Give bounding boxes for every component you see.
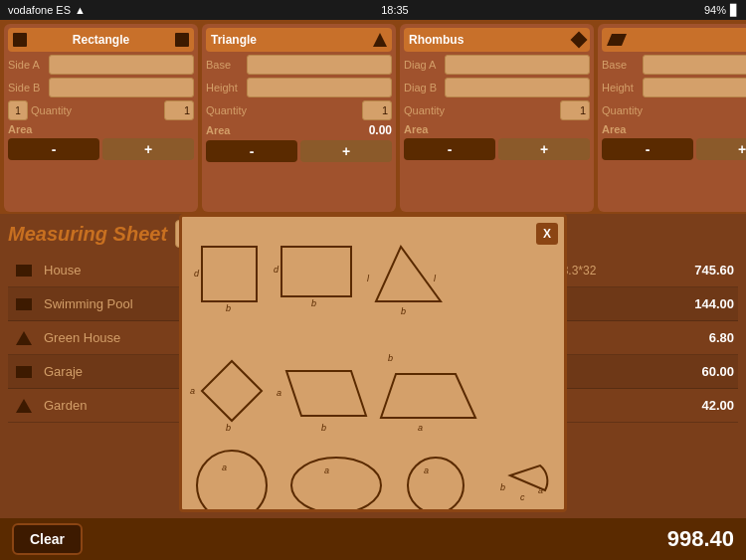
shapes-diagram-svg: d b d b l l b a b a b b a a a a b c [182, 217, 564, 509]
rect-minus-btn[interactable]: - [8, 138, 99, 160]
tri-btn-row: - + [206, 140, 392, 162]
rhombus-panel: Rhombus Diag A Diag B Quantity Area - + [400, 24, 594, 212]
tri-qty-input[interactable] [362, 100, 392, 120]
shapes-bar: Rectangle Side A Side B Quantity Area - … [0, 20, 746, 214]
tri-height-row: Height [206, 78, 392, 97]
rectangle-panel: Rectangle Side A Side B Quantity Area - … [4, 24, 198, 212]
svg-marker-6 [376, 247, 441, 301]
overlay-close-btn[interactable]: X [536, 223, 558, 245]
garaje-icon [12, 360, 36, 384]
para-height-row: Height [602, 78, 746, 97]
para-qty-label: Quantity [602, 104, 746, 116]
para-base-input[interactable] [643, 55, 746, 75]
rho-diagb-row: Diag B [404, 78, 590, 97]
tri-base-row: Base [206, 55, 392, 75]
rect-qty-input[interactable] [164, 100, 194, 120]
svg-text:b: b [226, 423, 231, 433]
rect-area-label: Area [8, 123, 32, 135]
rhombus-header: Rhombus [404, 28, 590, 52]
para-height-label: Height [602, 82, 640, 93]
tri-base-input[interactable] [247, 55, 392, 75]
rho-qty-label: Quantity [404, 104, 557, 116]
rect-area-row: Area [8, 123, 194, 135]
triangle-header: Triangle [206, 28, 392, 52]
clear-button[interactable]: Clear [12, 523, 83, 555]
para-plus-btn[interactable]: + [696, 138, 746, 160]
parallelogram-panel: Base Height Quantity Area - + [598, 24, 746, 212]
para-header [602, 28, 746, 52]
pool-value: 144.00 [654, 296, 734, 311]
rhombus-title: Rhombus [409, 33, 464, 47]
para-minus-btn[interactable]: - [602, 138, 693, 160]
total-value: 998.40 [667, 526, 734, 552]
rect-sideb-input[interactable] [49, 78, 194, 97]
svg-text:b: b [321, 423, 326, 433]
svg-marker-10 [202, 361, 262, 421]
svg-rect-3 [281, 247, 351, 296]
pool-icon [12, 292, 36, 316]
rho-plus-btn[interactable]: + [498, 138, 590, 160]
rect-icon-right [175, 33, 189, 47]
svg-text:d: d [194, 269, 200, 279]
garden-icon [12, 394, 36, 418]
greenhouse-icon [12, 326, 36, 350]
rho-diagb-input[interactable] [445, 78, 590, 97]
rect-sidea-label: Side A [8, 59, 46, 71]
para-height-input[interactable] [643, 78, 746, 97]
tri-height-input[interactable] [247, 78, 392, 97]
rho-diaga-input[interactable] [445, 55, 590, 75]
carrier-label: vodafone ES [8, 4, 71, 16]
svg-text:l: l [434, 274, 437, 283]
tri-plus-btn[interactable]: + [300, 140, 392, 162]
battery-label: 94% [704, 4, 726, 16]
svg-text:b: b [500, 482, 505, 492]
status-bar: vodafone ES ▲ 18:35 94% ▊ [0, 0, 746, 20]
rect-sidea-input[interactable] [49, 55, 194, 75]
status-left: vodafone ES ▲ [8, 4, 86, 16]
rect-sideb-row: Side B [8, 78, 194, 97]
rho-diaga-label: Diag A [404, 59, 442, 71]
wifi-icon: ▲ [75, 4, 86, 16]
svg-text:a: a [424, 466, 429, 475]
svg-text:b: b [226, 303, 231, 313]
svg-text:a: a [222, 463, 227, 472]
battery-icon: ▊ [730, 4, 738, 17]
rect-sideb-label: Side B [8, 82, 46, 93]
svg-point-23 [408, 458, 464, 509]
svg-text:a: a [190, 386, 195, 396]
rect-qty-row: Quantity [8, 100, 194, 120]
para-area-label: Area [602, 123, 626, 135]
time-label: 18:35 [381, 4, 409, 16]
tri-base-label: Base [206, 59, 244, 71]
svg-text:a: a [324, 466, 329, 475]
ms-title: Measuring Sheet [8, 223, 167, 246]
tri-height-label: Height [206, 82, 244, 93]
svg-text:l: l [367, 274, 370, 283]
tri-minus-btn[interactable]: - [206, 140, 297, 162]
svg-text:d: d [274, 265, 280, 275]
rho-diagb-label: Diag B [404, 82, 442, 93]
rho-qty-row: Quantity [404, 100, 590, 120]
rect-qty-label: Quantity [31, 104, 161, 116]
svg-text:b: b [388, 353, 393, 363]
rect-qty-left[interactable] [8, 100, 28, 120]
svg-marker-16 [381, 374, 475, 418]
svg-text:a: a [418, 423, 423, 433]
rho-minus-btn[interactable]: - [404, 138, 495, 160]
triangle-panel: Triangle Base Height Quantity Area 0.00 … [202, 24, 396, 212]
rho-diaga-row: Diag A [404, 55, 590, 75]
rect-plus-btn[interactable]: + [102, 138, 194, 160]
rectangle-title: Rectangle [73, 33, 129, 47]
para-icon [607, 34, 627, 46]
rho-area-row: Area [404, 123, 590, 135]
rho-qty-input[interactable] [560, 100, 590, 120]
rhombus-icon [571, 32, 588, 49]
svg-marker-13 [286, 371, 366, 416]
house-icon [12, 259, 36, 282]
svg-point-21 [291, 458, 381, 509]
svg-point-19 [197, 451, 267, 509]
svg-text:b: b [401, 306, 406, 316]
tri-area-row: Area 0.00 [206, 123, 392, 137]
bottom-bar: Clear 998.40 [0, 518, 746, 560]
status-right: 94% ▊ [704, 4, 738, 17]
